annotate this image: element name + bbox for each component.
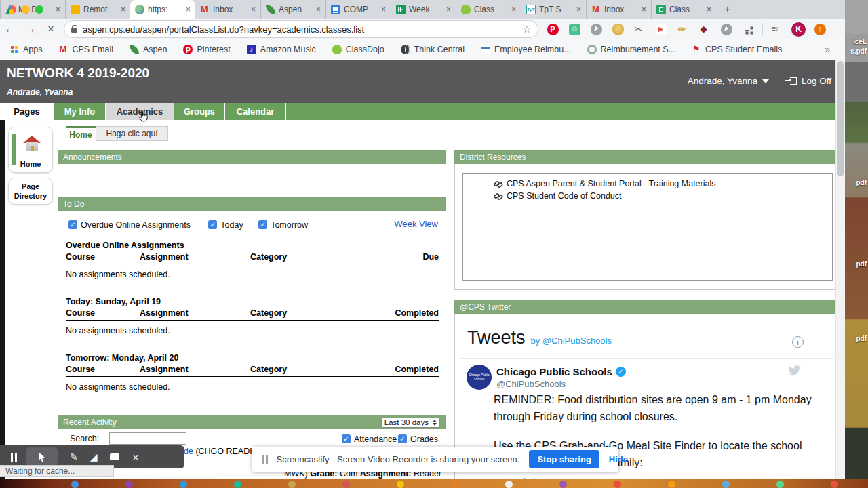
bookmark-aspen[interactable]: Aspen [130,45,167,54]
subtab-home[interactable]: Home [66,126,96,141]
scrollbar[interactable] [835,60,845,479]
zoom-window-button[interactable] [35,5,43,14]
log-off-button[interactable]: Log Off [790,76,831,86]
dock-icon[interactable] [668,481,675,488]
browser-tab[interactable]: Class [456,0,521,19]
select-tool-icon[interactable] [26,447,58,466]
hide-button[interactable]: Hide [609,454,628,464]
cps-avatar[interactable]: Chicago Public Schools [467,365,492,390]
dock-icon[interactable] [831,481,838,488]
profile-avatar[interactable]: K [791,22,806,37]
scrollbar-thumb[interactable] [837,61,844,176]
bookmark-reimbursement-s[interactable]: Reimbursement S... [587,45,675,54]
pause-icon[interactable] [11,453,17,462]
tweet-account-handle[interactable]: @ChiPubSchools [496,379,566,389]
desktop-file-label[interactable]: pdf [856,260,867,268]
close-tab-icon[interactable] [186,5,191,14]
browser-tab-active[interactable]: https: [130,0,195,19]
checkbox-tomorrow[interactable] [258,220,267,229]
dock-icon[interactable] [397,481,404,488]
dock-icon[interactable] [614,481,621,488]
bookmark-think-central[interactable]: Think Central [401,45,465,54]
forward-button[interactable]: → [20,22,41,36]
lamp-extension-icon[interactable] [612,24,624,35]
bookmarks-overflow-chevron[interactable]: » [825,44,830,55]
tweets-by-link[interactable]: by @ChiPubSchools [531,336,612,346]
tab-groups[interactable]: Groups [174,103,225,120]
dock-icon[interactable] [125,481,133,488]
pinterest-extension-icon[interactable] [547,24,559,35]
bookmark-classdojo[interactable]: ClassDojo [332,45,384,54]
bookmark-cps-email[interactable]: CPS Email [59,45,113,54]
close-tab-icon[interactable] [511,5,516,14]
search-input[interactable] [109,432,186,445]
close-tab-icon[interactable] [446,5,451,14]
pencil-extension-icon[interactable] [677,24,689,35]
playlist-extension-icon[interactable] [772,24,783,35]
dock-icon[interactable] [451,481,458,488]
bookmark-apps[interactable]: Apps [9,45,43,54]
dock-icon[interactable] [180,481,187,488]
desktop-file-label[interactable]: s.pdf [850,47,867,55]
browser-tab[interactable]: Inbox [586,0,651,19]
close-tab-icon[interactable] [121,5,125,14]
range-select[interactable]: Last 30 days [381,418,440,428]
dock-icon[interactable] [71,481,79,488]
address-bar[interactable]: aspen.cps.edu/aspen/portalClassList.do?n… [64,20,538,38]
dock-icon[interactable] [342,481,350,488]
browser-tab[interactable]: Week [391,0,456,19]
close-tab-icon[interactable] [316,5,321,14]
checkbox-today[interactable] [208,220,217,229]
cursor-extension-icon[interactable] [721,24,732,35]
new-tab-button[interactable]: + [716,3,739,16]
browser-tab[interactable]: Inbox [195,0,260,19]
close-tab-icon[interactable] [576,5,581,14]
bookmark-star-icon[interactable]: ☆ [522,24,531,35]
stop-loading-button[interactable]: × [41,22,61,36]
close-tab-icon[interactable] [56,5,60,14]
stop-sharing-button[interactable]: Stop sharing [529,450,599,468]
browser-tab[interactable]: Aspen [260,0,326,19]
activity-link[interactable]: de [184,447,193,456]
dock-icon[interactable] [559,481,567,488]
checkbox-grades[interactable] [398,434,407,443]
week-view-link[interactable]: Week View [394,219,438,229]
tab-pages[interactable]: Pages [0,103,54,120]
shape-tool-icon[interactable] [110,453,119,460]
chrome-update-icon[interactable] [814,24,826,35]
bookmark-amazon-music[interactable]: Amazon Music [247,45,316,54]
twitter-bird-icon[interactable] [788,365,801,376]
close-tab-icon[interactable] [642,5,646,14]
close-tab-icon[interactable] [251,5,256,14]
user-menu[interactable]: Andrade, Yvanna [688,76,769,86]
dock-icon[interactable] [288,481,296,488]
browser-tab[interactable]: COMP [326,0,391,19]
cursor-extension-icon[interactable] [591,24,602,35]
screencastify-extension-icon[interactable] [656,24,667,35]
pen-tool-icon[interactable]: ✎ [70,451,78,462]
close-icon[interactable]: × [133,451,139,463]
district-link-code-of-conduct[interactable]: CPS Student Code of Conduct [494,191,622,201]
subtab-haga-clic-aqui[interactable]: Haga clic aquí [96,126,168,141]
browser-tab[interactable]: Remot [65,0,130,19]
diamond-extension-icon[interactable] [699,24,711,35]
bookmark-cps-student-emails[interactable]: CPS Student Emails [692,45,782,54]
checkbox-attendance[interactable] [342,434,351,443]
tab-calendar[interactable]: Calendar [225,103,286,120]
dock-icon[interactable] [776,481,784,488]
desktop-file-label[interactable]: iceL [853,38,867,45]
minimize-window-button[interactable] [22,5,30,14]
close-tab-icon[interactable] [707,5,711,14]
browser-tab[interactable]: Class [651,0,716,19]
tab-my-info[interactable]: My Info [54,103,106,120]
back-button[interactable]: ← [0,22,20,36]
dock-icon[interactable] [722,481,730,488]
desktop-file-label[interactable]: pdf [856,335,867,342]
dock-icon[interactable] [505,481,513,488]
scissors-extension-icon[interactable] [634,24,646,35]
tab-grid-extension-icon[interactable] [743,24,754,35]
desktop-file-label[interactable]: pdf [856,179,867,186]
sidebar-item-home[interactable]: Home [8,127,53,173]
classdojo-extension-icon[interactable] [569,24,580,35]
browser-tab[interactable]: TpT S [521,0,586,19]
